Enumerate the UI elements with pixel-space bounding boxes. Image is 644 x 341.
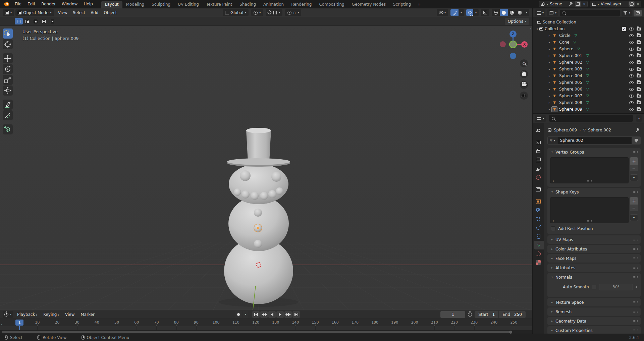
add-item-button[interactable]: + bbox=[630, 157, 638, 165]
editor-type-button[interactable]: ▾ bbox=[3, 9, 14, 16]
hide-eye-icon[interactable] bbox=[629, 95, 634, 98]
ortho-toggle-button[interactable] bbox=[520, 92, 528, 100]
panel-header-vertex-groups[interactable]: ▾Vertex Groups bbox=[547, 148, 641, 156]
expander-icon[interactable]: ▾ bbox=[535, 27, 539, 31]
gizmo-dropdown[interactable]: ▾ bbox=[459, 9, 464, 16]
disable-render-icon[interactable] bbox=[637, 108, 641, 111]
new-scene-button[interactable] bbox=[575, 1, 581, 7]
menu-window[interactable]: Window bbox=[59, 0, 80, 8]
expander-icon[interactable]: ▸ bbox=[550, 329, 554, 332]
outliner-row-sphere[interactable]: ▸▼Sphere▽ bbox=[533, 46, 644, 52]
panel-header-color-attributes[interactable]: ▸Color Attributes bbox=[547, 245, 641, 253]
expander-icon[interactable]: ▸ bbox=[547, 88, 551, 91]
new-collection-button[interactable] bbox=[634, 10, 642, 16]
expander-icon[interactable]: ▸ bbox=[550, 266, 554, 269]
breadcrumb-data[interactable]: Sphere.002 bbox=[588, 128, 611, 132]
timeline-editor-type-button[interactable]: ▾ bbox=[3, 311, 13, 318]
disable-render-icon[interactable] bbox=[637, 68, 641, 71]
outliner-row-sphere-006[interactable]: ▸▼Sphere.006▽ bbox=[533, 86, 644, 93]
vertex-groups-list[interactable]: ▸ bbox=[550, 157, 629, 183]
axis-y-button[interactable] bbox=[509, 41, 517, 48]
previous-keyframe-button[interactable] bbox=[260, 311, 268, 318]
jump-to-end-button[interactable] bbox=[292, 311, 300, 318]
tab-particles[interactable] bbox=[533, 215, 544, 223]
tab-output[interactable] bbox=[533, 147, 544, 156]
outliner-row-cone[interactable]: ▸▼Cone▽ bbox=[533, 39, 644, 46]
tab-view-layer[interactable] bbox=[533, 156, 544, 164]
expander-icon[interactable]: ▸ bbox=[547, 108, 551, 111]
snapping-controls[interactable]: ▾ bbox=[266, 9, 282, 16]
outliner-editor-type-button[interactable]: ▾ bbox=[535, 9, 545, 16]
play-button[interactable] bbox=[276, 311, 284, 318]
expander-icon[interactable]: ▸ bbox=[547, 68, 551, 71]
datablock-name-field[interactable]: Sphere.002 bbox=[557, 136, 632, 145]
expander-icon[interactable]: ▸ bbox=[547, 41, 551, 44]
properties-search-input[interactable] bbox=[557, 116, 630, 121]
outliner-filter-button[interactable]: ▾ bbox=[622, 9, 632, 16]
disable-render-icon[interactable] bbox=[637, 34, 641, 37]
select-invert-button[interactable] bbox=[40, 18, 48, 24]
tool-measure-button[interactable] bbox=[3, 110, 13, 120]
new-viewlayer-button[interactable] bbox=[629, 1, 635, 7]
expander-icon[interactable]: ▸ bbox=[547, 61, 551, 64]
magnet-icon[interactable] bbox=[267, 10, 272, 15]
disable-render-icon[interactable] bbox=[637, 88, 641, 91]
menu-edit[interactable]: Edit bbox=[24, 0, 38, 8]
timeline-menu-playback[interactable]: Playback ▾ bbox=[14, 311, 40, 318]
tab-physics[interactable] bbox=[533, 223, 544, 232]
jump-to-start-button[interactable] bbox=[252, 311, 260, 318]
current-frame-marker[interactable]: 1 bbox=[15, 320, 23, 326]
start-frame-field[interactable]: Start 1 bbox=[475, 311, 498, 318]
select-intersect-button[interactable] bbox=[48, 18, 56, 24]
hide-eye-icon[interactable] bbox=[629, 68, 634, 71]
scene-selector[interactable]: ▾ Scene × bbox=[539, 1, 588, 7]
disable-render-icon[interactable] bbox=[637, 81, 641, 84]
add-item-button[interactable]: + bbox=[630, 197, 638, 205]
panel-header-shape-keys[interactable]: ▾Shape Keys bbox=[547, 188, 641, 196]
expander-icon[interactable]: ▸ bbox=[552, 179, 556, 182]
datablock-type-button[interactable]: ▽ ▾ bbox=[547, 136, 557, 145]
transform-orientation-selector[interactable]: Global ▾ bbox=[223, 9, 249, 16]
workspace-tab-sculpting[interactable]: Sculpting bbox=[148, 1, 174, 8]
add-rest-position-checkbox[interactable] bbox=[551, 226, 555, 231]
close-icon[interactable]: × bbox=[636, 2, 640, 6]
auto-smooth-checkbox[interactable] bbox=[592, 285, 596, 289]
workspace-add-button[interactable]: + bbox=[415, 1, 423, 8]
tab-scene[interactable] bbox=[533, 164, 544, 173]
panel-header-geometry-data[interactable]: ▸Geometry Data bbox=[547, 317, 641, 325]
properties-editor-type-button[interactable]: ▾ bbox=[535, 115, 546, 122]
hide-eye-icon[interactable] bbox=[629, 27, 634, 31]
overlays-dropdown[interactable]: ▾ bbox=[473, 9, 479, 16]
menu-file[interactable]: File bbox=[12, 0, 24, 8]
select-set-button[interactable] bbox=[15, 18, 23, 24]
panel-header-custom-properties[interactable]: ▸Custom Properties bbox=[547, 326, 641, 334]
expander-icon[interactable]: ▸ bbox=[550, 320, 554, 323]
timeline-menu-marker[interactable]: Marker bbox=[78, 311, 97, 318]
end-frame-field[interactable]: End 250 bbox=[499, 311, 526, 318]
axis-z-button[interactable]: Z bbox=[509, 31, 517, 38]
outliner-row-sphere-009[interactable]: ▸▼Sphere.009▽ bbox=[533, 106, 644, 113]
hide-eye-icon[interactable] bbox=[629, 108, 634, 111]
shading-solid-button[interactable] bbox=[500, 9, 508, 16]
hide-eye-icon[interactable] bbox=[629, 81, 634, 84]
disable-render-icon[interactable] bbox=[637, 61, 641, 64]
expander-icon[interactable]: ▸ bbox=[547, 34, 551, 37]
workspace-tab-rendering[interactable]: Rendering bbox=[287, 1, 315, 8]
tool-select-box-button[interactable] bbox=[3, 29, 13, 39]
expander-icon[interactable]: ▸ bbox=[547, 95, 551, 98]
play-reverse-button[interactable] bbox=[268, 311, 276, 318]
properties-options-button[interactable]: ▾ bbox=[636, 115, 642, 122]
outliner-row-sphere-002[interactable]: ▸▼Sphere.002▽ bbox=[533, 59, 644, 66]
workspace-tab-shading[interactable]: Shading bbox=[236, 1, 260, 8]
outliner-row-sphere-001[interactable]: ▸▼Sphere.001▽ bbox=[533, 52, 644, 59]
disable-render-icon[interactable] bbox=[637, 54, 641, 57]
expander-icon[interactable]: ▸ bbox=[550, 238, 554, 241]
hide-eye-icon[interactable] bbox=[629, 101, 634, 104]
axis-x-neg-button[interactable] bbox=[500, 41, 506, 47]
auto-keying-button[interactable] bbox=[235, 311, 242, 318]
auto-keying-dropdown[interactable]: ▾ bbox=[243, 311, 248, 318]
options-button[interactable]: Options ▾ bbox=[505, 18, 529, 25]
specials-menu-button[interactable]: ▾ bbox=[630, 174, 638, 181]
axis-z-neg-button[interactable] bbox=[510, 53, 516, 59]
disable-render-icon[interactable] bbox=[637, 74, 641, 77]
